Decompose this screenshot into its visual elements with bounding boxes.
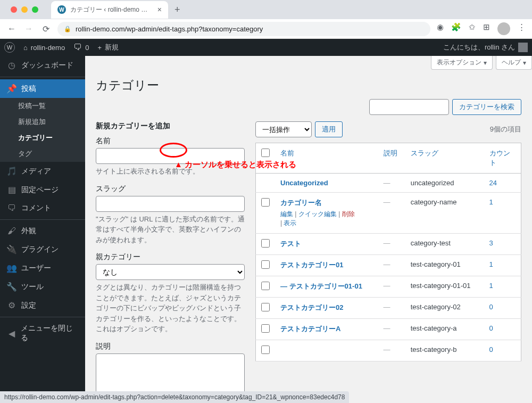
forward-icon[interactable]: → [23, 24, 34, 34]
count-link[interactable]: 0 [489, 346, 493, 353]
count-link[interactable]: 1 [489, 282, 493, 290]
col-name: 名前 [275, 143, 378, 174]
extensions-menu-icon[interactable]: 🧩 [451, 22, 461, 35]
menu-tools[interactable]: 🔧ツール [0, 277, 85, 296]
wp-logo-menu[interactable]: W [4, 42, 15, 53]
plus-icon: + [97, 44, 102, 52]
desc-value: — [384, 324, 390, 332]
parent-label: 親カテゴリー [96, 252, 245, 262]
desc-value: — [384, 282, 390, 290]
menu-posts[interactable]: 📌投稿 [0, 79, 85, 98]
category-name-link[interactable]: テストカテゴリー01 [280, 261, 343, 269]
select-all-checkbox[interactable] [261, 149, 270, 157]
search-categories-button[interactable]: カテゴリーを検索 [452, 99, 521, 115]
category-name-link[interactable]: テストカテゴリーA [280, 325, 340, 333]
col-slug: スラッグ [405, 143, 484, 174]
table-row: カテゴリー名編集 | クイック編集 | 削除| 表示—category-name… [256, 193, 521, 234]
parent-select[interactable]: なし [96, 264, 245, 280]
dashboard-icon: ◷ [6, 60, 17, 70]
category-search-input[interactable] [369, 99, 449, 115]
menu-pages[interactable]: ▤固定ページ [0, 180, 85, 199]
minimize-window-icon[interactable] [21, 6, 28, 13]
table-row: テスト—category-test3 [256, 234, 521, 255]
submenu-new-post[interactable]: 新規追加 [0, 114, 85, 130]
row-checkbox[interactable] [261, 324, 270, 333]
reload-icon[interactable]: ⟳ [40, 24, 51, 34]
admin-sidebar: ◷ダッシュボード 📌投稿 投稿一覧 新規追加 カテゴリー タグ 🎵メディア ▤固… [0, 56, 85, 403]
row-checkbox[interactable] [261, 346, 270, 354]
delete-link[interactable]: 削除 [342, 210, 355, 218]
category-name-link[interactable]: Uncategorized [280, 179, 328, 187]
menu-settings[interactable]: ⚙設定 [0, 296, 85, 315]
category-name-link[interactable]: テスト [280, 240, 301, 248]
submenu-all-posts[interactable]: 投稿一覧 [0, 98, 85, 114]
table-row: Uncategorized—uncategorized24 [256, 174, 521, 193]
desc-value: — [384, 303, 390, 311]
site-name-link[interactable]: ⌂rollin-demo [23, 44, 65, 52]
menu-users[interactable]: 👥ユーザー [0, 259, 85, 277]
submenu-categories[interactable]: カテゴリー [0, 130, 85, 146]
edit-link[interactable]: 編集 [280, 210, 293, 218]
slug-value: test-category-01-01 [405, 276, 484, 298]
add-category-form: 新規カテゴリーを追加 名前 サイト上に表示される名前です。 スラッグ "スラッグ… [96, 121, 245, 403]
category-name-link[interactable]: カテゴリー名 [280, 199, 322, 207]
window-controls[interactable] [4, 6, 45, 13]
extension-icon[interactable]: ⊞ [483, 22, 490, 35]
sliders-icon: ⚙ [6, 300, 17, 310]
back-icon[interactable]: ← [6, 24, 17, 34]
submenu-tags[interactable]: タグ [0, 146, 85, 162]
count-link[interactable]: 0 [489, 324, 493, 332]
count-link[interactable]: 1 [489, 260, 493, 268]
apply-bulk-button[interactable]: 適用 [315, 121, 343, 137]
menu-dashboard[interactable]: ◷ダッシュボード [0, 56, 85, 75]
row-checkbox[interactable] [261, 198, 270, 207]
desc-value: — [384, 239, 390, 247]
count-link[interactable]: 0 [489, 303, 493, 311]
count-link[interactable]: 3 [489, 239, 493, 247]
row-checkbox[interactable] [261, 260, 270, 269]
user-avatar-icon [518, 43, 528, 52]
row-checkbox[interactable] [261, 282, 270, 290]
table-row: —test-category-b0 [256, 340, 521, 361]
quick-edit-link[interactable]: クイック編集 [298, 210, 337, 218]
tab-title: カテゴリー ‹ rollin-demo — Wor… [70, 5, 153, 14]
bulk-action-select[interactable]: 一括操作 [255, 121, 312, 137]
maximize-window-icon[interactable] [32, 6, 38, 13]
browser-tab[interactable]: W カテゴリー ‹ rollin-demo — Wor… × [51, 1, 168, 19]
screen-options-tab[interactable]: 表示オプション▾ [431, 56, 493, 70]
row-checkbox[interactable] [261, 239, 270, 248]
help-tab[interactable]: ヘルプ▾ [496, 56, 532, 70]
menu-plugins[interactable]: 🔌プラグイン [0, 240, 85, 259]
comments-link[interactable]: 🗨0 [73, 43, 89, 52]
user-greeting[interactable]: こんにちは、rollin さん [443, 43, 528, 52]
close-window-icon[interactable] [11, 6, 17, 13]
bookmark-icon[interactable]: ✩ [469, 22, 476, 35]
wordpress-logo-icon: W [4, 42, 15, 53]
menu-appearance[interactable]: 🖌外観 [0, 222, 85, 240]
url-field[interactable]: 🔒 rollin-demo.com/wp-admin/edit-tags.php… [57, 22, 430, 36]
slug-value: test-category-02 [405, 298, 484, 319]
row-checkbox[interactable] [261, 303, 270, 311]
wp-content: ◷ダッシュボード 📌投稿 投稿一覧 新規追加 カテゴリー タグ 🎵メディア ▤固… [0, 56, 532, 403]
close-tab-icon[interactable]: × [157, 5, 162, 14]
name-input[interactable] [96, 148, 245, 164]
count-link[interactable]: 1 [489, 198, 493, 206]
category-name-link[interactable]: テストカテゴリー02 [280, 303, 343, 311]
extension-icons: ◉ 🧩 ✩ ⊞ ⋮ [437, 22, 526, 35]
menu-media[interactable]: 🎵メディア [0, 162, 85, 180]
tablenav-top: 一括操作 適用 9個の項目 [255, 121, 521, 137]
new-content-link[interactable]: +新規 [97, 43, 119, 52]
count-link[interactable]: 24 [489, 179, 497, 187]
category-name-link[interactable]: — テストカテゴリー01-01 [280, 282, 362, 290]
url-text: rollin-demo.com/wp-admin/edit-tags.php?t… [76, 25, 263, 33]
view-link[interactable]: 表示 [284, 219, 296, 227]
brush-icon: 🖌 [6, 226, 17, 236]
slug-input[interactable] [96, 196, 245, 212]
profile-avatar[interactable] [497, 22, 510, 35]
menu-collapse[interactable]: ◀メニューを閉じる [0, 319, 85, 347]
chevron-down-icon: ▾ [484, 59, 487, 67]
extension-icon[interactable]: ◉ [437, 22, 444, 35]
new-tab-button[interactable]: + [168, 4, 187, 15]
menu-icon[interactable]: ⋮ [518, 22, 526, 35]
menu-comments[interactable]: 🗨コメント [0, 199, 85, 217]
